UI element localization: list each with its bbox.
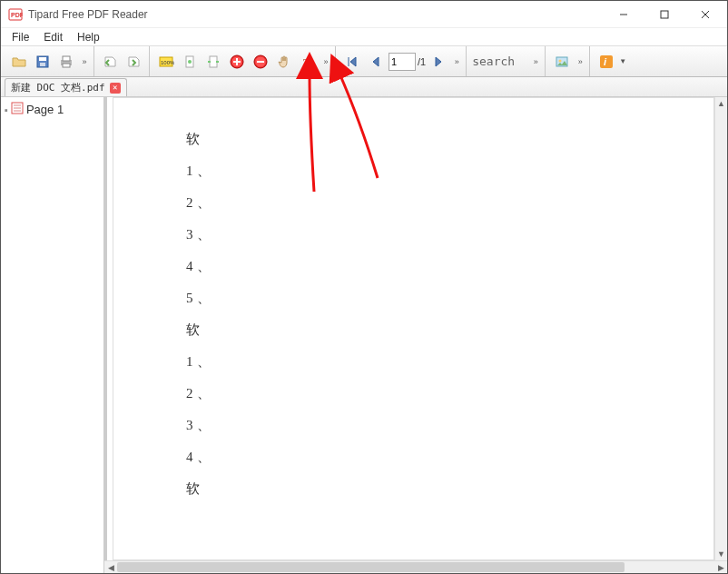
doc-line: 2、 — [186, 385, 641, 402]
doc-line: 1、 — [186, 353, 641, 371]
save-button[interactable] — [32, 51, 54, 73]
menu-help[interactable]: Help — [70, 29, 107, 45]
doc-line: 3、 — [186, 226, 641, 243]
scroll-right-icon[interactable]: ▶ — [714, 561, 727, 573]
svg-rect-11 — [63, 64, 70, 67]
main-area: ▪ Page 1 软 1、 2、 3、 4、 5、 软 1、 2、 3、 4、 … — [1, 97, 727, 573]
vertical-scrollbar[interactable]: ▲ ▼ — [714, 97, 727, 560]
svg-rect-7 — [39, 57, 46, 61]
fit-width-button[interactable] — [202, 51, 224, 73]
doc-line: 软 — [186, 322, 641, 339]
overflow-chevron-icon[interactable]: » — [79, 51, 90, 73]
titlebar: PDF Tipard Free PDF Reader — [1, 1, 727, 28]
svg-text:PDF: PDF — [11, 12, 23, 18]
doc-line: 软 — [186, 480, 641, 498]
scroll-left-icon[interactable]: ◀ — [104, 561, 117, 573]
svg-point-23 — [559, 59, 562, 62]
search-input[interactable]: search — [472, 54, 528, 68]
doc-line: 4、 — [186, 258, 641, 275]
document-tab[interactable]: 新建 DOC 文档.pdf ✕ — [5, 78, 127, 96]
tab-strip: 新建 DOC 文档.pdf ✕ — [1, 77, 727, 97]
svg-text:T: T — [303, 55, 311, 69]
scroll-down-icon[interactable]: ▼ — [715, 548, 727, 560]
tree-collapse-icon[interactable]: ▪ — [5, 104, 8, 115]
horizontal-scrollbar[interactable]: ◀ ▶ — [104, 560, 727, 573]
doc-line: 1、 — [186, 163, 641, 180]
menu-file[interactable]: File — [5, 29, 36, 45]
next-doc-button[interactable] — [123, 51, 145, 73]
doc-line: 5、 — [186, 290, 641, 307]
about-button[interactable]: i — [595, 51, 617, 73]
toolbar: » 100% T » /1 » search » » i ▼ — [1, 46, 727, 77]
sidebar: ▪ Page 1 — [1, 97, 104, 573]
text-select-button[interactable]: T — [297, 51, 319, 73]
hand-tool-button[interactable] — [273, 51, 295, 73]
menu-edit[interactable]: Edit — [36, 29, 70, 45]
window-title: Tipard Free PDF Reader — [28, 8, 603, 21]
fit-page-button[interactable] — [179, 51, 201, 73]
close-button[interactable] — [684, 2, 725, 27]
prev-page-button[interactable] — [365, 51, 387, 73]
doc-line: 2、 — [186, 194, 641, 212]
page-count-label: /1 — [418, 56, 426, 67]
zoom-in-button[interactable] — [226, 51, 248, 73]
first-page-button[interactable] — [341, 51, 363, 73]
overflow-chevron-icon[interactable]: » — [320, 51, 331, 73]
overflow-chevron-icon[interactable]: » — [575, 51, 585, 73]
app-icon: PDF — [8, 7, 23, 22]
snapshot-button[interactable] — [551, 51, 573, 73]
tab-close-icon[interactable]: ✕ — [110, 83, 121, 94]
svg-rect-16 — [210, 56, 217, 67]
page-viewport[interactable]: 软 1、 2、 3、 4、 5、 软 1、 2、 3、 4、 软 ▲ ▼ — [104, 97, 727, 560]
dropdown-icon[interactable]: ▼ — [619, 57, 626, 65]
zoom-out-button[interactable] — [250, 51, 271, 73]
prev-doc-button[interactable] — [100, 51, 122, 73]
actual-size-button[interactable]: 100% — [155, 51, 177, 73]
overflow-chevron-icon[interactable]: » — [451, 51, 462, 73]
scroll-thumb[interactable] — [117, 562, 625, 572]
svg-rect-10 — [63, 56, 70, 61]
sidebar-page-label: Page 1 — [26, 103, 64, 116]
svg-rect-3 — [661, 11, 668, 18]
scroll-up-icon[interactable]: ▲ — [715, 97, 727, 110]
doc-line: 软 — [186, 131, 641, 148]
overflow-chevron-icon[interactable]: » — [530, 51, 541, 73]
page-thumb-icon — [11, 102, 24, 117]
doc-line: 4、 — [186, 449, 641, 466]
maximize-button[interactable] — [644, 2, 684, 27]
sidebar-page-node[interactable]: ▪ Page 1 — [3, 101, 102, 118]
minimize-button[interactable] — [603, 2, 644, 27]
pdf-page: 软 1、 2、 3、 4、 5、 软 1、 2、 3、 4、 软 — [113, 97, 714, 560]
print-button[interactable] — [55, 51, 77, 73]
content-area: 软 1、 2、 3、 4、 5、 软 1、 2、 3、 4、 软 ▲ ▼ ◀ — [104, 97, 727, 573]
next-page-button[interactable] — [428, 51, 449, 73]
menubar: File Edit Help — [1, 28, 727, 46]
svg-rect-8 — [40, 63, 45, 66]
doc-line: 3、 — [186, 417, 641, 434]
svg-text:100%: 100% — [161, 60, 174, 65]
open-button[interactable] — [8, 51, 30, 73]
svg-point-15 — [188, 60, 192, 64]
tab-filename: 新建 DOC 文档.pdf — [11, 81, 105, 94]
page-number-input[interactable] — [389, 53, 416, 71]
